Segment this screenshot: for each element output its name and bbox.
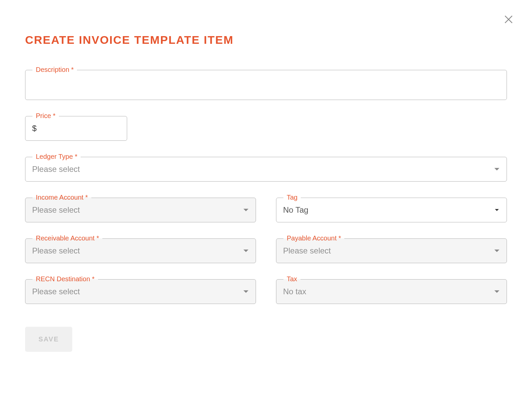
- save-button[interactable]: SAVE: [25, 327, 72, 352]
- payable-account-label: Payable Account *: [283, 234, 344, 242]
- chevron-down-icon: [243, 207, 249, 213]
- chevron-down-icon: [243, 248, 249, 254]
- receivable-account-label: Receivable Account *: [32, 234, 102, 242]
- payable-account-field: Payable Account * Please select: [276, 238, 507, 263]
- income-account-label: Income Account *: [32, 194, 91, 201]
- payable-account-select[interactable]: Please select: [276, 239, 507, 263]
- tax-placeholder: No tax: [283, 287, 306, 296]
- receivable-account-select[interactable]: Please select: [25, 239, 256, 263]
- tax-field: Tax No tax: [276, 279, 507, 304]
- svg-marker-2: [495, 168, 500, 171]
- recn-destination-placeholder: Please select: [32, 287, 80, 296]
- ledger-type-select[interactable]: Please select: [25, 157, 507, 181]
- modal-title: CREATE INVOICE TEMPLATE ITEM: [25, 33, 507, 46]
- receivable-account-placeholder: Please select: [32, 246, 80, 255]
- tag-value: No Tag: [283, 205, 308, 215]
- svg-marker-8: [495, 290, 500, 293]
- chevron-down-icon: [243, 289, 249, 295]
- ledger-type-label: Ledger Type *: [32, 153, 81, 161]
- receivable-account-field: Receivable Account * Please select: [25, 238, 256, 263]
- description-input[interactable]: [25, 70, 507, 100]
- payable-account-placeholder: Please select: [283, 246, 331, 255]
- income-account-field: Income Account * Please select: [25, 198, 256, 222]
- chevron-down-icon: [494, 248, 500, 254]
- price-field: Price * $: [25, 116, 127, 141]
- description-label: Description *: [32, 66, 77, 74]
- tag-field: Tag No Tag: [276, 198, 507, 222]
- tax-select[interactable]: No tax: [276, 280, 507, 304]
- income-account-select[interactable]: Please select: [25, 198, 256, 222]
- description-field: Description *: [25, 70, 507, 100]
- tax-label: Tax: [283, 275, 300, 283]
- ledger-type-placeholder: Please select: [32, 165, 80, 174]
- svg-marker-7: [244, 290, 249, 293]
- form-container: Description * Price * $ Ledger Type * Pl…: [25, 70, 507, 352]
- chevron-down-icon: [494, 166, 500, 172]
- close-icon: [503, 14, 514, 26]
- svg-marker-3: [244, 209, 249, 211]
- tag-label: Tag: [283, 194, 301, 201]
- close-button[interactable]: [502, 13, 515, 27]
- price-currency-prefix: $: [32, 124, 36, 133]
- recn-destination-field: RECN Destination * Please select: [25, 279, 256, 304]
- price-input[interactable]: [39, 124, 120, 133]
- chevron-down-icon: [494, 289, 500, 295]
- svg-marker-4: [495, 209, 499, 211]
- svg-marker-5: [244, 249, 249, 252]
- recn-destination-select[interactable]: Please select: [25, 280, 256, 304]
- caret-down-icon: [494, 207, 500, 213]
- ledger-type-field: Ledger Type * Please select: [25, 157, 507, 182]
- price-label: Price *: [32, 112, 59, 120]
- svg-marker-6: [495, 249, 500, 252]
- income-account-placeholder: Please select: [32, 205, 80, 215]
- recn-destination-label: RECN Destination *: [32, 275, 98, 283]
- tag-select[interactable]: No Tag: [276, 198, 507, 222]
